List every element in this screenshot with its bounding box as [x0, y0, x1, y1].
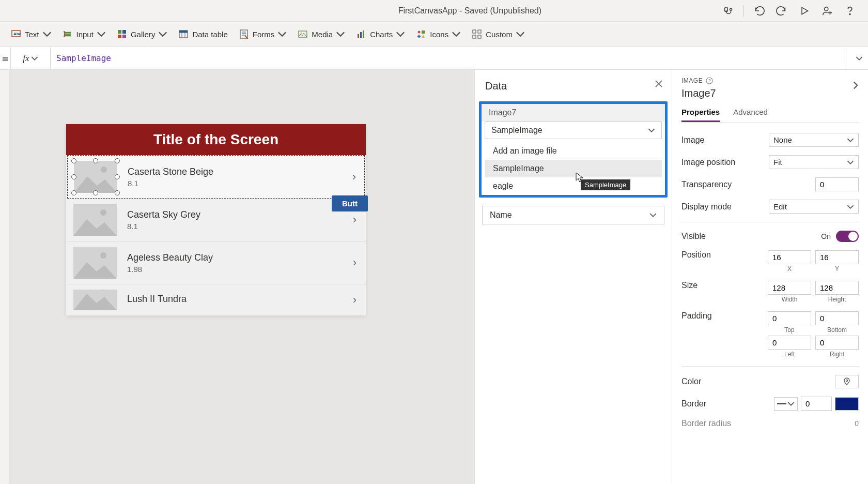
formula-input[interactable]: SampleImage	[51, 49, 846, 67]
tab-properties[interactable]: Properties	[681, 104, 720, 122]
gallery-tool[interactable]: Gallery	[117, 29, 168, 39]
prop-transparency-label: Transparency	[681, 180, 732, 189]
item-title: Caserta Stone Beige	[128, 167, 352, 177]
separator	[743, 5, 744, 17]
charts-tool[interactable]: Charts	[357, 29, 405, 39]
input-tool[interactable]: Input	[63, 29, 106, 39]
prop-transparency-input[interactable]	[815, 177, 859, 191]
chevron-right-icon[interactable]: ›	[353, 256, 359, 269]
datatable-tool-label: Data table	[192, 30, 227, 39]
image-placeholder-icon[interactable]	[74, 161, 117, 193]
border-color-picker[interactable]	[835, 397, 859, 411]
chevron-right-icon[interactable]: ›	[353, 213, 359, 226]
custom-tool[interactable]: Custom	[472, 29, 525, 39]
svg-rect-21	[473, 35, 476, 38]
padding-right-input[interactable]	[815, 336, 859, 350]
size-width-input[interactable]	[768, 281, 811, 295]
item-title: Caserta Sky Grey	[127, 209, 353, 220]
dropdown-option-sampleimage[interactable]: SampleImage	[485, 160, 662, 177]
name-dropdown[interactable]: Name	[482, 206, 664, 224]
border-radius-value: 0	[855, 419, 859, 428]
screen-title: Title of the Screen	[66, 124, 366, 155]
prop-border-label: Border	[681, 399, 706, 409]
media-tool-label: Media	[312, 30, 333, 39]
item-subtitle: 8.1	[127, 222, 353, 231]
help-icon[interactable]	[842, 3, 858, 19]
border-style-picker[interactable]	[774, 397, 798, 411]
svg-rect-19	[473, 30, 476, 33]
fx-selector[interactable]: fx	[10, 47, 51, 69]
position-y-input[interactable]	[815, 250, 859, 264]
gallery-control[interactable]: Caserta Stone Beige 8.1 › Caserta Sky Gr…	[66, 155, 366, 315]
dropdown-option-eagle[interactable]: eagle	[485, 177, 662, 195]
prop-image-label: Image	[681, 135, 704, 145]
left-rail[interactable]	[0, 70, 9, 484]
color-picker[interactable]	[835, 375, 859, 388]
svg-text:?: ?	[708, 78, 711, 83]
gallery-item-2[interactable]: Ageless Beauty Clay 1.98 ›	[67, 241, 365, 284]
padding-bottom-input[interactable]	[815, 311, 859, 325]
chevron-right-icon[interactable]: ›	[352, 170, 358, 184]
gallery-item-1[interactable]: Caserta Sky Grey 8.1 ›	[67, 199, 365, 241]
prop-displaymode-select[interactable]: Edit	[769, 200, 859, 214]
svg-point-2	[849, 13, 850, 14]
padding-top-input[interactable]	[768, 311, 811, 325]
canvas-area[interactable]: Title of the Screen Caserta Stone Beige …	[9, 70, 474, 484]
dropdown-selected: SampleImage	[491, 126, 542, 135]
undo-icon[interactable]	[751, 3, 767, 19]
svg-point-1	[825, 7, 828, 10]
text-tool-label: Text	[25, 30, 39, 39]
redo-icon[interactable]	[774, 3, 789, 19]
gallery-item-3[interactable]: Lush II Tundra ›	[67, 284, 365, 315]
svg-rect-20	[478, 30, 481, 33]
position-x-input[interactable]	[768, 250, 811, 264]
expand-icon[interactable]	[851, 81, 860, 91]
datatable-tool[interactable]: Data table	[179, 29, 227, 39]
health-icon[interactable]	[721, 3, 736, 19]
image-source-dropdown[interactable]: SampleImage	[485, 122, 662, 139]
prop-image-select[interactable]: None	[769, 133, 859, 147]
media-tool[interactable]: Media	[298, 29, 345, 39]
icons-tool-label: Icons	[430, 30, 448, 39]
prop-color-label: Color	[681, 377, 701, 386]
svg-point-28	[100, 252, 106, 259]
svg-point-17	[418, 31, 421, 34]
tab-advanced[interactable]: Advanced	[733, 104, 768, 122]
text-tool[interactable]: Abc Text	[11, 29, 52, 39]
data-panel-header: Data	[475, 78, 672, 101]
play-icon[interactable]	[797, 3, 812, 19]
control-type-label: IMAGE ?	[681, 77, 859, 84]
dropdown-option-add-image[interactable]: Add an image file	[485, 142, 662, 160]
input-tool-label: Input	[76, 30, 94, 39]
formula-expand[interactable]	[850, 47, 868, 69]
gallery-tool-label: Gallery	[131, 30, 156, 39]
visible-toggle[interactable]	[836, 231, 859, 242]
svg-rect-6	[122, 30, 126, 34]
svg-point-33	[846, 380, 847, 381]
help-icon[interactable]: ?	[706, 77, 713, 84]
formula-value: SampleImage	[56, 53, 111, 63]
size-height-input[interactable]	[815, 281, 859, 295]
equals-label: =	[0, 47, 10, 69]
prop-imageposition-select[interactable]: Fit	[769, 155, 859, 169]
dropdown-list: Add an image file SampleImage eagle Samp…	[485, 142, 662, 195]
toggle-state-label: On	[821, 232, 831, 240]
share-icon[interactable]	[819, 3, 835, 19]
canvas-button[interactable]: Butt	[332, 195, 368, 211]
svg-rect-5	[118, 30, 121, 34]
svg-rect-22	[478, 35, 481, 38]
close-icon[interactable]	[654, 79, 663, 90]
tooltip: SampleImage	[581, 179, 630, 190]
control-name: Image7	[681, 87, 859, 99]
gallery-item-0[interactable]: Caserta Stone Beige 8.1 ›	[67, 155, 365, 199]
chevron-right-icon[interactable]: ›	[353, 293, 359, 307]
svg-rect-7	[118, 35, 121, 38]
border-width-input[interactable]	[801, 397, 832, 411]
padding-left-input[interactable]	[768, 336, 811, 350]
properties-panel: IMAGE ? Image7 Properties Advanced Image…	[672, 70, 868, 484]
icons-tool[interactable]: Icons	[416, 29, 461, 39]
svg-point-24	[101, 167, 107, 173]
svg-rect-12	[299, 31, 307, 37]
svg-point-26	[100, 209, 106, 216]
forms-tool[interactable]: Forms	[239, 29, 287, 39]
